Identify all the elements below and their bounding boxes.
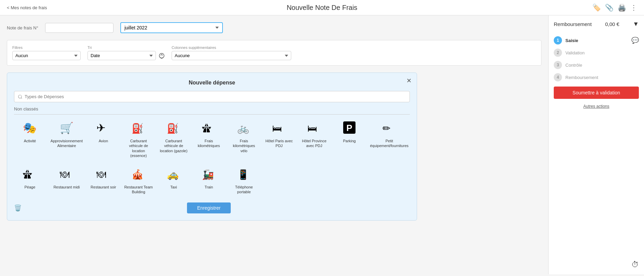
nouvelle-depense-modal: Nouvelle dépense ✕ Non classés 🎭Activité… [7,73,417,221]
more-icon[interactable]: ⋮ [630,3,637,12]
svg-text:✏: ✏ [383,123,390,134]
expense-icon: ⛽ [132,121,145,136]
step-item-3: 3Contrôle [554,61,639,69]
expense-icon: 🛏 [272,121,286,136]
expense-icon: 🛏 [307,121,321,136]
colonnes-select[interactable]: Aucune [172,51,291,60]
expense-icon: 🛣 [23,167,37,183]
expense-label: Approvisionnement Alimentaire [51,139,83,148]
expense-item[interactable]: 🛏Hôtel Province avec PDJ [298,118,330,161]
expense-icon: 🛒 [60,121,73,136]
expense-label: Activité [24,139,36,143]
expense-label: Restaurant soir [91,185,116,189]
step-item-2: 2Validation [554,49,639,57]
reimbursement-header: Remboursement 0,00 € ▼ [554,21,639,28]
svg-text:🛏: 🛏 [272,123,282,134]
expense-item[interactable]: ✏Petit équipement/fournitures [368,118,410,161]
svg-text:P: P [346,123,352,133]
expense-item[interactable]: 🛏Hôtel Paris avec PDJ [263,118,295,161]
expense-search-input[interactable] [14,91,410,102]
expense-item[interactable]: 🍽Restaurant midi [49,164,84,197]
attachment-icon[interactable]: 📎 [605,3,614,12]
chat-icon[interactable]: 💬 [631,37,639,44]
expense-item[interactable]: ⛽Carburant véhicule de location (gazole) [158,118,190,161]
submit-validation-button[interactable]: Soumettre à validation [554,87,639,99]
svg-text:⛽: ⛽ [167,123,179,134]
expense-label: Carburant véhicule de location (gazole) [159,139,188,153]
expense-label: Restaurant midi [53,185,80,189]
filter-group-tri: Tri Date [88,45,165,60]
expense-icon: 📱 [237,167,251,183]
expense-item[interactable]: 📱Téléphone portable [228,164,260,197]
modal-footer: 🗑️ Enregistrer [14,202,410,213]
expense-item[interactable]: ⛽Carburant véhicule de location (essence… [123,118,155,161]
form-row: Note de frais N° juillet 2022 [7,22,541,33]
expense-label: Hôtel Paris avec PDJ [265,139,294,148]
expense-label: Carburant véhicule de location (essence) [124,139,153,158]
history-button[interactable]: ⏱ [631,260,639,269]
top-actions: 🏷️ 📎 🖨️ ⋮ [592,3,637,12]
expense-icon: 🎪 [132,167,145,183]
filters-select[interactable]: Aucun [12,51,81,60]
reimbursement-title: Remboursement [554,21,592,27]
expense-item[interactable]: 🍽Restaurant soir [88,164,119,197]
filters-bar: Filtres Aucun Tri Date [7,40,541,66]
expense-item[interactable]: 🚕Taxi [158,164,190,197]
step-label-4: Remboursement [565,75,598,80]
expense-icon: ✈ [96,121,110,136]
step-item-4: 4Remboursement [554,73,639,81]
expense-label: Restaurant Team Building [124,185,153,195]
expense-grid: 🎭Activité🛒Approvisionnement Alimentaire✈… [14,118,410,197]
expense-icon: ⛽ [167,121,180,136]
expense-item[interactable]: PParking [334,118,365,161]
note-label: Note de frais N° [7,25,38,30]
left-panel: Note de frais N° juillet 2022 Filtres Au… [0,15,548,274]
expense-item[interactable]: 🎭Activité [14,118,46,161]
expense-label: Avion [99,139,108,143]
svg-text:🍽: 🍽 [96,169,106,180]
svg-text:🛣: 🛣 [202,123,212,134]
expense-item[interactable]: 🚂Train [193,164,225,197]
step-label-2: Validation [565,50,585,55]
note-number-input[interactable] [45,23,113,33]
print-icon[interactable]: 🖨️ [618,3,626,12]
step-label-3: Contrôle [565,63,582,68]
back-link[interactable]: < Mes notes de frais [7,5,47,10]
expense-item[interactable]: 🚲Frais kilométriques vélo [228,118,260,161]
colonnes-label: Colonnes supplémentaires [172,45,291,50]
expense-icon: 🚲 [237,121,251,136]
expense-item[interactable]: 🛒Approvisionnement Alimentaire [49,118,84,161]
expense-icon: 🎭 [23,121,37,136]
main-content: Note de frais N° juillet 2022 Filtres Au… [0,15,644,274]
expense-icon: 🍽 [96,167,110,183]
sort-group: Date [88,51,165,60]
expense-label: Frais kilométriques vélo [229,139,258,153]
step-circle-2: 2 [554,49,562,57]
svg-text:🎪: 🎪 [132,169,144,180]
expense-label: Frais kilométriques [194,139,223,148]
month-select[interactable]: juillet 2022 [120,22,223,33]
svg-text:📱: 📱 [237,169,249,180]
save-button[interactable]: Enregistrer [187,202,231,213]
tag-icon[interactable]: 🏷️ [592,3,601,12]
expense-label: Péage [25,185,36,189]
reimbursement-amount: 0,00 € [605,21,619,27]
expense-item[interactable]: 🛣Péage [14,164,46,197]
expense-item[interactable]: 🎪Restaurant Team Building [123,164,155,197]
svg-text:🍽: 🍽 [60,169,69,180]
svg-text:🛏: 🛏 [307,123,317,134]
tri-select[interactable]: Date [88,51,156,60]
expense-item[interactable]: ✈Avion [88,118,119,161]
sort-arrows[interactable] [159,53,165,60]
step-label-1: Saisie [565,38,578,43]
delete-button[interactable]: 🗑️ [14,204,22,212]
expense-icon: 🍽 [60,167,73,183]
expense-icon: 🚕 [167,167,180,183]
expense-item[interactable]: 🛣Frais kilométriques [193,118,225,161]
modal-close-button[interactable]: ✕ [406,77,412,84]
page-title: Nouvelle Note De Frais [287,4,358,12]
expense-icon: 🛣 [202,121,216,136]
chevron-down-icon[interactable]: ▼ [633,21,639,28]
other-actions-link[interactable]: Autres actions [554,104,639,109]
filters-label: Filtres [12,45,81,50]
